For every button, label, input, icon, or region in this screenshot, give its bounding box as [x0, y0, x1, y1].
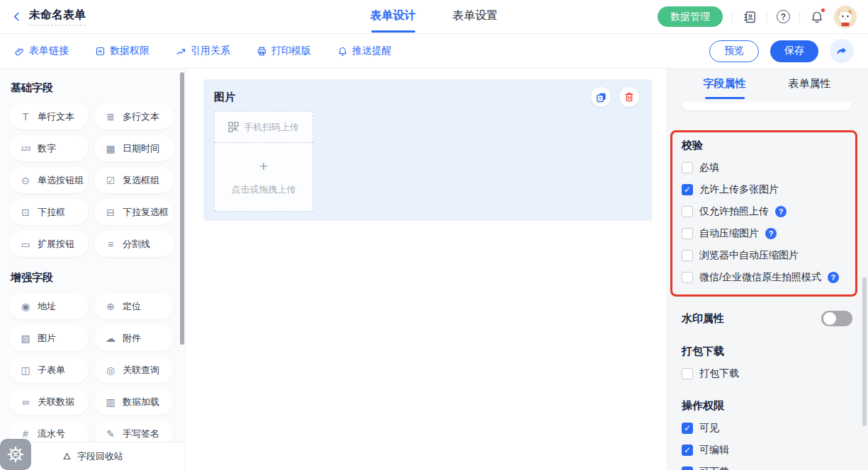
checkbox-row-package-download[interactable]: 打包下载 [682, 367, 852, 380]
help-icon[interactable]: ? [828, 272, 839, 283]
checkbox[interactable] [682, 250, 693, 261]
form-link-button[interactable]: 表单链接 [14, 45, 69, 57]
field-card-actions [591, 87, 639, 107]
field-item-image[interactable]: ▨图片 [9, 325, 89, 351]
image-icon: ▨ [19, 333, 32, 344]
checkbox[interactable] [682, 272, 693, 283]
tab-form-properties[interactable]: 表单属性 [789, 69, 831, 101]
bell-icon [337, 46, 348, 57]
checkbox[interactable] [682, 466, 693, 470]
partially-scrolled-input[interactable] [682, 102, 852, 111]
field-item-number[interactable]: 123数字 [9, 135, 89, 161]
radio-icon: ⊙ [19, 175, 32, 186]
push-reminder-button[interactable]: 推送提醒 [337, 45, 392, 57]
save-button[interactable]: 保存 [770, 40, 818, 62]
form-canvas[interactable]: 图片 [186, 69, 666, 470]
data-permission-icon [95, 46, 106, 57]
back-button[interactable] [11, 11, 22, 22]
field-item-extend-button[interactable]: ▭扩展按钮 [9, 231, 89, 257]
field-item-checkbox-group[interactable]: ☑复选框组 [94, 167, 174, 193]
help-icon[interactable]: ? [775, 206, 787, 217]
checkbox[interactable] [682, 445, 693, 456]
preview-button[interactable]: 预览 [709, 40, 759, 62]
share-button[interactable] [830, 39, 854, 63]
field-item-data-load[interactable]: ▥数据加载 [94, 389, 174, 415]
header-tabs: 表单设计 表单设置 [369, 0, 500, 34]
field-item-radio-group[interactable]: ⊙单选按钮组 [9, 167, 89, 193]
field-item-multi-line-text[interactable]: ≣多行文本 [94, 103, 174, 130]
copy-icon [595, 91, 607, 103]
panel-scrollbar[interactable] [862, 277, 867, 426]
watermark-title: 水印属性 [682, 312, 724, 326]
number-icon: 123 [19, 145, 32, 152]
field-item-attachment[interactable]: ☁附件 [94, 325, 174, 351]
search-doc-icon: ◎ [104, 365, 117, 376]
checkbox-row-editable[interactable]: 可编辑 [682, 444, 852, 457]
checkbox-row-required[interactable]: 必填 [682, 161, 848, 174]
map-pin-icon: ◉ [19, 301, 32, 312]
checkbox-row-wechat-native-camera[interactable]: 微信/企业微信原生拍照模式 ? [682, 271, 848, 284]
tab-form-design[interactable]: 表单设计 [369, 0, 417, 34]
data-permission-button[interactable]: 数据权限 [95, 45, 150, 57]
field-item-linked-query[interactable]: ◎关联查询 [94, 357, 174, 383]
trend-arrow-icon [176, 46, 186, 57]
reference-relation-button[interactable]: 引用关系 [176, 45, 230, 57]
scan-upload-button[interactable]: 手机扫码上传 [214, 111, 313, 143]
sidebar-scrollbar[interactable] [180, 72, 184, 345]
help-icon[interactable]: ? [765, 228, 777, 239]
checkbox[interactable] [682, 184, 693, 195]
field-item-datetime[interactable]: ▦日期时间 [94, 135, 174, 161]
notification-bell-icon[interactable] [809, 9, 825, 25]
watermark-toggle[interactable] [821, 311, 852, 326]
enhanced-fields-title: 增强字段 [11, 271, 174, 285]
field-item-address[interactable]: ◉地址 [9, 293, 89, 319]
printer-icon [257, 46, 267, 57]
plus-icon: + [259, 159, 268, 173]
image-upload-widget: 手机扫码上传 + 点击或拖拽上传 [214, 111, 313, 212]
delete-field-button[interactable] [619, 87, 639, 107]
link-icon [14, 46, 25, 57]
tab-form-settings[interactable]: 表单设置 [451, 0, 500, 34]
checkbox-row-auto-compress[interactable]: 自动压缩图片 ? [682, 227, 848, 240]
field-item-linked-data[interactable]: ∞关联数据 [9, 389, 89, 415]
selected-field-card-image[interactable]: 图片 [203, 79, 652, 221]
settings-gear-button[interactable] [0, 439, 31, 470]
print-template-button[interactable]: 打印模版 [257, 45, 311, 57]
help-icon[interactable]: ? [777, 10, 790, 23]
checkbox-row-allow-multiple-images[interactable]: 允许上传多张图片 [682, 183, 848, 196]
tool-links: 表单链接 数据权限 引用关系 打印模版 [14, 45, 392, 57]
toggle-knob [823, 312, 836, 325]
share-arrow-icon [835, 45, 848, 57]
tab-field-properties[interactable]: 字段属性 [704, 69, 746, 101]
checkbox-row-downloadable[interactable]: 可下载 [682, 466, 852, 470]
serial-number-icon: # [19, 428, 32, 440]
field-item-location[interactable]: ⊕定位 [94, 293, 174, 319]
form-title[interactable]: 未命名表单 [29, 8, 86, 25]
checkbox-row-camera-only[interactable]: 仅允许拍照上传 ? [682, 205, 848, 218]
data-manage-button[interactable]: 数据管理 [658, 6, 723, 27]
field-item-subform[interactable]: ◫子表单 [9, 357, 89, 383]
checkbox[interactable] [682, 228, 693, 239]
dropdown-icon: ⊡ [19, 207, 32, 218]
checkbox-row-visible[interactable]: 可见 [682, 422, 852, 435]
checkbox[interactable] [682, 162, 693, 173]
operation-permission-title: 操作权限 [682, 399, 852, 413]
checkbox-row-browser-auto-compress[interactable]: 浏览器中自动压缩图片 [682, 249, 848, 262]
click-or-drag-upload-area[interactable]: + 点击或拖拽上传 [214, 143, 313, 212]
duplicate-field-button[interactable] [591, 87, 611, 107]
address-book-icon[interactable] [742, 9, 757, 25]
divider [767, 11, 767, 23]
field-item-multi-dropdown[interactable]: ⊟下拉复选框 [94, 199, 174, 225]
field-item-divider-line[interactable]: ≡分割线 [94, 231, 174, 257]
watermark-section: 水印属性 [682, 311, 852, 326]
chevron-left-icon [11, 11, 22, 22]
divider [732, 11, 733, 23]
field-item-dropdown[interactable]: ⊡下拉框 [9, 199, 89, 225]
user-avatar[interactable] [834, 6, 857, 28]
checkbox[interactable] [682, 423, 693, 434]
field-item-single-line-text[interactable]: T单行文本 [9, 103, 89, 130]
chain-icon: ∞ [19, 396, 32, 408]
checkbox[interactable] [682, 368, 693, 379]
checkbox[interactable] [682, 206, 693, 217]
basic-fields-title: 基础字段 [11, 81, 174, 95]
